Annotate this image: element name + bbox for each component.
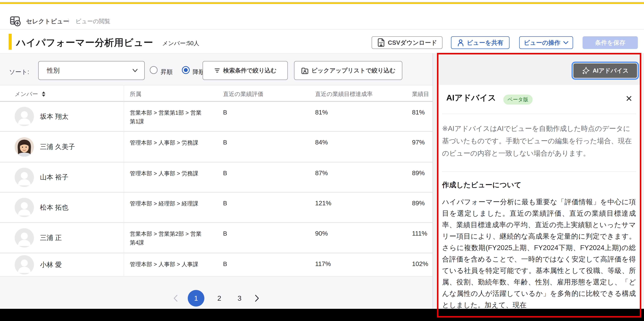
member-achievement-rate: 90% bbox=[315, 230, 328, 237]
member-evaluation: B bbox=[223, 139, 227, 146]
csv-download-icon: csv bbox=[377, 38, 385, 47]
view-operations-label: ビューの操作 bbox=[524, 38, 560, 47]
table-header-row: メンバー 所属 直近の業績評価 直近の業績目標達成率 業績目 bbox=[0, 85, 432, 102]
share-view-button[interactable]: ビューを共有 bbox=[451, 36, 510, 49]
column-header-department: 所属 bbox=[130, 90, 141, 98]
filter-by-search-label: 検索条件で絞り込む bbox=[223, 66, 277, 75]
member-achievement-rate: 87% bbox=[315, 169, 328, 177]
member-department: 営業本部 > 営業第1部 > 営業第1課 bbox=[130, 109, 205, 126]
avatar-photo bbox=[15, 137, 34, 157]
member-average-rate: 89% bbox=[412, 200, 425, 207]
view-content-area: ソート: 性別 昇順 降順 検索条件で絞り込む bbox=[0, 53, 432, 309]
member-evaluation: B bbox=[223, 261, 227, 267]
radio-dot bbox=[184, 68, 188, 72]
descending-radio[interactable] bbox=[182, 66, 190, 74]
ai-body-text: ハイパフォーマー分析に最も重要な「評価情報」を中心に項目を選定しました。直近の業… bbox=[442, 196, 636, 311]
ascending-label: 昇順 bbox=[160, 68, 173, 76]
view-header: ハイパフォーマー分析用ビュー メンバー:50人 csv CSVダウンロード ビュ… bbox=[0, 29, 644, 53]
share-view-label: ビューを共有 bbox=[467, 38, 504, 47]
csv-download-button[interactable]: csv CSVダウンロード bbox=[372, 36, 442, 49]
sort-select[interactable]: 性別 bbox=[38, 61, 145, 80]
select-view-icon bbox=[9, 15, 21, 27]
person-icon bbox=[457, 39, 464, 46]
filter-by-pickup-list-button[interactable]: ピックアップリストで絞り込む bbox=[294, 61, 402, 80]
ascending-radio[interactable] bbox=[150, 66, 158, 74]
column-header-member-label: メンバー bbox=[15, 90, 38, 98]
member-department: 管理本部 > 人事部 > 労務課 bbox=[130, 139, 205, 147]
member-average-rate: 81% bbox=[412, 109, 425, 116]
avatar bbox=[15, 255, 34, 275]
csv-download-label: CSVダウンロード bbox=[388, 38, 437, 47]
table-row[interactable]: 松本 拓也 管理本部 > 経理部 > 経理課 B 121% 89% bbox=[0, 192, 432, 222]
pagination-page[interactable]: 2 bbox=[214, 294, 224, 302]
member-name[interactable]: 三浦 久美子 bbox=[40, 132, 75, 162]
page-title: ハイパフォーマー分析用ビュー bbox=[16, 36, 153, 49]
pagination-prev-icon[interactable] bbox=[173, 294, 178, 302]
column-header-member[interactable]: メンバー bbox=[15, 90, 45, 98]
pickup-list-icon bbox=[301, 67, 309, 74]
table-row[interactable]: 三浦 久美子 管理本部 > 人事部 > 労務課 B 84% 97% bbox=[0, 131, 432, 162]
member-achievement-rate: 121% bbox=[315, 200, 331, 207]
table-row[interactable]: 坂本 翔太 営業本部 > 営業第1部 > 営業第1課 B 81% 81% bbox=[0, 102, 432, 131]
ai-section-heading: 作成したビューについて bbox=[442, 180, 522, 190]
chevron-down-icon bbox=[563, 41, 568, 44]
beta-badge: ベータ版 bbox=[503, 95, 532, 105]
filter-by-search-button[interactable]: 検索条件で絞り込む bbox=[202, 61, 288, 80]
close-icon[interactable]: ✕ bbox=[626, 94, 632, 104]
breadcrumb: セレクトビュー 〉 ビューの閲覧 bbox=[0, 4, 644, 29]
member-name[interactable]: 小林 愛 bbox=[40, 253, 62, 276]
save-conditions-button[interactable]: 条件を保存 bbox=[582, 36, 638, 49]
ai-panel-title: AIアドバイス bbox=[446, 92, 496, 103]
member-average-rate: 97% bbox=[412, 139, 425, 146]
table-row[interactable]: 小林 愛 管理本部 > 人事部 > 人事課 B 117% 102% bbox=[0, 253, 432, 276]
member-achievement-rate: 84% bbox=[315, 139, 328, 146]
member-department: 管理本部 > 人事部 > 労務課 bbox=[130, 169, 205, 178]
member-evaluation: B bbox=[223, 109, 227, 116]
member-department: 営業本部 > 営業第2部 > 営業第4課 bbox=[130, 230, 205, 247]
ai-disclaimer-text: ※AIアドバイスはAIでビューを自動作成した時点のデータに基づいたものです。手動… bbox=[442, 122, 636, 159]
svg-text:csv: csv bbox=[379, 41, 383, 44]
member-achievement-rate: 81% bbox=[315, 109, 328, 116]
column-header-achievement-rate: 直近の業績目標達成率 bbox=[315, 90, 373, 98]
sort-select-value: 性別 bbox=[47, 66, 132, 75]
pagination-page-current[interactable]: 1 bbox=[188, 290, 204, 307]
member-name[interactable]: 坂本 翔太 bbox=[40, 102, 68, 131]
breadcrumb-app[interactable]: セレクトビュー bbox=[26, 17, 69, 25]
panel-divider bbox=[442, 171, 636, 172]
table-row[interactable]: 三浦 正 営業本部 > 営業第2部 > 営業第4課 B 90% 111% bbox=[0, 222, 432, 253]
sparkle-icon bbox=[582, 67, 590, 75]
pagination: 1 2 3 bbox=[0, 288, 432, 309]
sort-arrows-icon[interactable] bbox=[42, 91, 45, 97]
breadcrumb-chevron-icon: 〉 bbox=[67, 17, 73, 25]
member-average-rate: 102% bbox=[412, 260, 428, 268]
table-row[interactable]: 山本 裕子 管理本部 > 人事部 > 労務課 B 87% 89% bbox=[0, 162, 432, 192]
member-evaluation: B bbox=[223, 200, 227, 207]
avatar bbox=[15, 198, 34, 217]
breadcrumb-page: ビューの閲覧 bbox=[76, 17, 110, 25]
member-department: 管理本部 > 人事部 > 人事課 bbox=[130, 260, 205, 269]
member-achievement-rate: 117% bbox=[315, 260, 331, 268]
avatar bbox=[15, 228, 34, 248]
member-count: メンバー:50人 bbox=[162, 39, 199, 47]
member-name[interactable]: 山本 裕子 bbox=[40, 162, 68, 192]
member-department: 管理本部 > 経理部 > 経理課 bbox=[130, 199, 205, 208]
save-conditions-label: 条件を保存 bbox=[595, 38, 626, 47]
member-name[interactable]: 松本 拓也 bbox=[40, 193, 68, 222]
member-table: メンバー 所属 直近の業績評価 直近の業績目標達成率 業績目 坂本 翔太 営業本… bbox=[0, 85, 432, 276]
bottom-black-bar bbox=[0, 309, 644, 321]
ai-advice-button[interactable]: AIアドバイス bbox=[573, 63, 638, 78]
sort-label: ソート: bbox=[9, 68, 29, 76]
filter-icon bbox=[214, 68, 220, 73]
column-header-evaluation: 直近の業績評価 bbox=[223, 90, 263, 98]
ai-advice-button-label: AIアドバイス bbox=[593, 67, 629, 75]
view-operations-button[interactable]: ビューの操作 bbox=[519, 36, 573, 49]
chevron-down-icon bbox=[132, 69, 138, 72]
avatar bbox=[15, 168, 34, 187]
title-accent-bar bbox=[8, 34, 12, 50]
member-average-rate: 89% bbox=[412, 169, 425, 177]
member-name[interactable]: 三浦 正 bbox=[40, 223, 62, 253]
filter-by-pickup-label: ピックアップリストで絞り込む bbox=[312, 66, 396, 75]
pagination-page[interactable]: 3 bbox=[234, 294, 245, 302]
brand-accent-bar bbox=[0, 2, 644, 4]
pagination-next-icon[interactable] bbox=[254, 294, 260, 302]
